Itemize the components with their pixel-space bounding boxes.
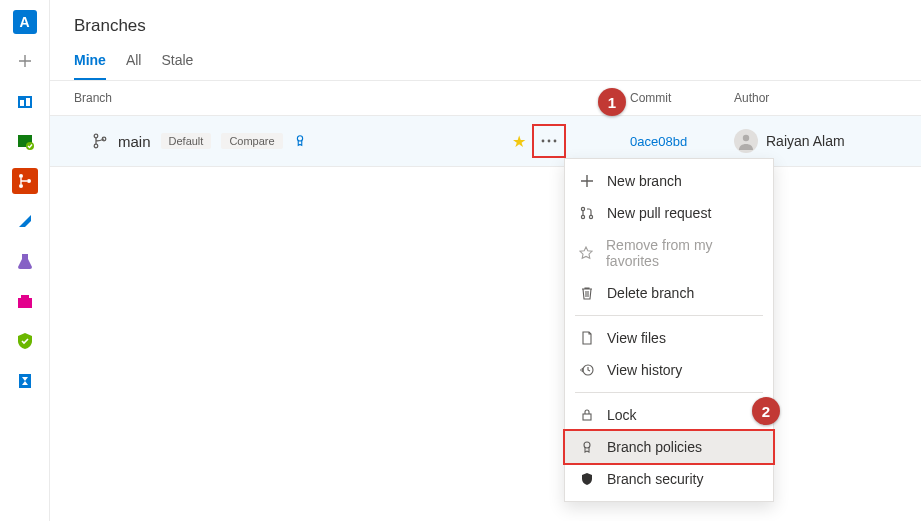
add-icon[interactable] xyxy=(12,48,38,74)
left-sidebar: A xyxy=(0,0,50,521)
nav-boards-icon[interactable] xyxy=(12,128,38,154)
menu-new-branch[interactable]: New branch xyxy=(565,165,773,197)
menu-label: Lock xyxy=(607,407,637,423)
badge-default: Default xyxy=(161,133,212,149)
svg-point-14 xyxy=(297,136,302,141)
author-name: Raiyan Alam xyxy=(766,133,845,149)
svg-rect-1 xyxy=(20,100,24,106)
svg-point-20 xyxy=(581,215,584,218)
svg-point-12 xyxy=(94,144,98,148)
svg-rect-8 xyxy=(18,298,32,308)
plus-icon xyxy=(579,173,595,189)
menu-view-history[interactable]: View history xyxy=(565,354,773,386)
nav-testplans-icon[interactable] xyxy=(12,248,38,274)
menu-label: View history xyxy=(607,362,682,378)
svg-rect-23 xyxy=(583,414,591,420)
branch-filter-tabs: Mine All Stale xyxy=(50,44,921,81)
menu-branch-policies[interactable]: Branch policies xyxy=(563,429,775,465)
callout-2: 2 xyxy=(752,397,780,425)
menu-delete-branch[interactable]: Delete branch xyxy=(565,277,773,309)
svg-rect-2 xyxy=(26,98,30,106)
branch-name[interactable]: main xyxy=(118,133,151,150)
nav-pipelines-icon[interactable] xyxy=(12,208,38,234)
svg-point-6 xyxy=(19,184,23,188)
file-icon xyxy=(579,330,595,346)
nav-repos-icon[interactable] xyxy=(12,168,38,194)
author-avatar xyxy=(734,129,758,153)
menu-separator xyxy=(575,392,763,393)
policy-icon xyxy=(293,134,307,148)
menu-label: Delete branch xyxy=(607,285,694,301)
trash-icon xyxy=(579,285,595,301)
lock-icon xyxy=(579,407,595,423)
project-avatar[interactable]: A xyxy=(13,10,37,34)
star-icon[interactable]: ★ xyxy=(512,132,526,151)
more-actions-button[interactable] xyxy=(535,127,563,155)
menu-label: Branch policies xyxy=(607,439,702,455)
commit-hash[interactable]: 0ace08bd xyxy=(574,134,734,149)
menu-view-files[interactable]: View files xyxy=(565,322,773,354)
star-outline-icon xyxy=(579,245,594,261)
menu-label: View files xyxy=(607,330,666,346)
branch-context-menu: New branch New pull request Remove from … xyxy=(564,158,774,502)
menu-label: Remove from my favorites xyxy=(606,237,759,269)
menu-remove-fav: Remove from my favorites xyxy=(565,229,773,277)
svg-point-19 xyxy=(581,207,584,210)
tab-stale[interactable]: Stale xyxy=(161,44,193,80)
svg-point-16 xyxy=(548,140,551,143)
svg-point-21 xyxy=(589,215,592,218)
menu-new-pr[interactable]: New pull request xyxy=(565,197,773,229)
col-header-author: Author xyxy=(734,91,897,105)
shield-icon xyxy=(579,471,595,487)
svg-point-15 xyxy=(542,140,545,143)
table-header: Branch Commit Author xyxy=(50,81,921,116)
callout-1: 1 xyxy=(598,88,626,116)
svg-point-17 xyxy=(554,140,557,143)
menu-label: New branch xyxy=(607,173,682,189)
nav-hourglass-icon[interactable] xyxy=(12,368,38,394)
main-content: Branches Mine All Stale Branch Commit Au… xyxy=(50,0,921,521)
tab-all[interactable]: All xyxy=(126,44,142,80)
page-title: Branches xyxy=(50,0,921,44)
medal-icon xyxy=(579,439,595,455)
svg-point-18 xyxy=(743,135,749,141)
menu-label: New pull request xyxy=(607,205,711,221)
pull-request-icon xyxy=(579,205,595,221)
tab-mine[interactable]: Mine xyxy=(74,44,106,80)
branch-row[interactable]: main Default Compare ★ 0ace08bd xyxy=(50,116,921,167)
nav-compliance-icon[interactable] xyxy=(12,328,38,354)
svg-rect-10 xyxy=(19,374,31,388)
branch-icon xyxy=(92,133,108,149)
svg-point-5 xyxy=(19,174,23,178)
nav-overview-icon[interactable] xyxy=(12,88,38,114)
svg-point-7 xyxy=(27,179,31,183)
history-icon xyxy=(579,362,595,378)
menu-lock[interactable]: Lock xyxy=(565,399,773,431)
svg-rect-9 xyxy=(21,295,29,299)
menu-branch-security[interactable]: Branch security xyxy=(565,463,773,495)
nav-artifacts-icon[interactable] xyxy=(12,288,38,314)
col-header-branch: Branch xyxy=(74,91,574,105)
svg-point-11 xyxy=(94,134,98,138)
menu-separator xyxy=(575,315,763,316)
menu-label: Branch security xyxy=(607,471,703,487)
badge-compare: Compare xyxy=(221,133,282,149)
